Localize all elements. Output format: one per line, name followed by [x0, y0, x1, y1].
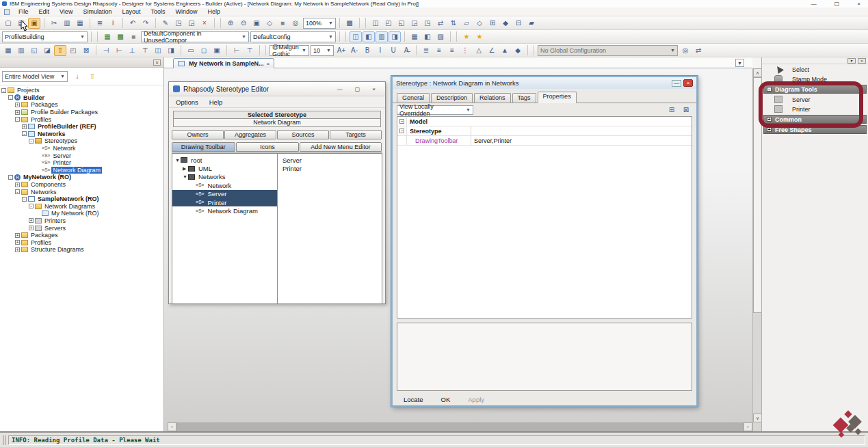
- font-family-combo[interactable]: @Malgun Gothic▼: [269, 45, 309, 56]
- tree-item[interactable]: ▶ UML: [172, 164, 277, 172]
- tree-item[interactable]: Printer: [172, 198, 277, 206]
- align-left-icon[interactable]: ⊣: [100, 45, 112, 56]
- collapse-icon[interactable]: −: [399, 128, 404, 133]
- tree-item[interactable]: + Printers: [1, 217, 163, 225]
- menu-item[interactable]: Help: [206, 8, 222, 15]
- tree-item[interactable]: Printer: [1, 159, 163, 167]
- stop-build-icon[interactable]: ■: [127, 31, 140, 42]
- font-size-combo[interactable]: 10▼: [311, 45, 334, 56]
- features-window-icon[interactable]: ▨: [434, 31, 447, 42]
- horizontal-scrollbar[interactable]: ‹ ›: [168, 422, 752, 431]
- menu-item[interactable]: View: [58, 8, 74, 15]
- expand-toggle[interactable]: +: [29, 226, 34, 230]
- distribute-vertical-icon[interactable]: ⊤: [244, 45, 256, 56]
- expand-toggle[interactable]: +: [15, 240, 20, 245]
- property-row[interactable]: DrawingToolbar Server,Printer: [397, 136, 692, 146]
- tree-item[interactable]: + ProfileBuilder (REF): [1, 123, 163, 131]
- expand-toggle[interactable]: -: [22, 197, 27, 202]
- tree-item[interactable]: + Servers: [1, 224, 163, 232]
- expand-toggle[interactable]: +: [15, 103, 20, 107]
- twist-icon[interactable]: ▼: [175, 158, 181, 163]
- tree-item[interactable]: - Networks: [1, 131, 163, 138]
- tool-row[interactable]: Stamp Mode: [763, 74, 867, 83]
- align-text-center-icon[interactable]: ≡: [433, 45, 445, 56]
- center-horizontal-icon[interactable]: ◫: [152, 45, 164, 56]
- tree-item[interactable]: - Stereotypes: [1, 137, 163, 145]
- panel-menu-icon[interactable]: ▾: [847, 58, 856, 64]
- strike-icon[interactable]: A̶: [400, 45, 412, 56]
- line-color-icon[interactable]: △: [473, 45, 485, 56]
- highlight-element-icon[interactable]: ⇧: [54, 45, 66, 56]
- expand-toggle[interactable]: -: [8, 175, 13, 180]
- list-item[interactable]: Printer: [280, 164, 382, 172]
- scroll-left-icon[interactable]: ‹: [168, 422, 176, 431]
- pan-icon[interactable]: ◇: [263, 18, 276, 29]
- arrange-icons-icon[interactable]: ◨: [389, 31, 401, 42]
- property-group-row[interactable]: − Model: [397, 117, 692, 126]
- tab-overflow-icon[interactable]: ▼: [735, 59, 744, 67]
- tree-item[interactable]: ▼ Networks: [172, 173, 277, 181]
- bring-forward-icon[interactable]: ▭: [185, 45, 197, 56]
- zoom-out-icon[interactable]: ⊖: [237, 18, 250, 29]
- favorites-icon[interactable]: ★: [460, 31, 473, 42]
- zoom-percent-icon[interactable]: ◎: [289, 18, 302, 29]
- editor-tab[interactable]: Drawing Toolbar: [172, 142, 235, 152]
- redo-icon[interactable]: ↷: [140, 18, 152, 29]
- expand-toggle[interactable]: +: [15, 182, 20, 187]
- property-value[interactable]: Server,Printer: [471, 136, 692, 145]
- tree-item[interactable]: + Profiles: [1, 239, 163, 246]
- tree-item[interactable]: + Packages: [1, 101, 163, 109]
- dialog-title-bar[interactable]: Rhapsody Stereotype Editor — ▢ ×: [169, 82, 385, 96]
- collapse-icon[interactable]: −: [399, 119, 404, 124]
- twist-icon[interactable]: ▼: [183, 174, 188, 179]
- add-package-tool-icon[interactable]: ◫: [369, 18, 382, 29]
- dialog-tab[interactable]: Properties: [538, 92, 577, 103]
- scroll-right-icon[interactable]: ›: [744, 422, 752, 431]
- add-dependency-tool-icon[interactable]: ⇄: [434, 18, 447, 29]
- format-shape-icon[interactable]: ◆: [512, 45, 524, 56]
- add-view-tool-icon[interactable]: ⊟: [512, 18, 525, 29]
- editor-tab[interactable]: Targets: [330, 130, 382, 139]
- distribute-horizontal-icon[interactable]: ⊢: [231, 45, 243, 56]
- menu-item[interactable]: Help: [208, 98, 224, 106]
- increase-font-icon[interactable]: A+: [335, 45, 347, 56]
- section-toggle[interactable]: -: [767, 87, 772, 92]
- output-window-icon[interactable]: ◧: [421, 31, 434, 42]
- view-mode-combo[interactable]: Entire Model View▼: [2, 71, 68, 82]
- move-down-icon[interactable]: ↓: [72, 71, 83, 81]
- add-diagram-tool-icon[interactable]: ▱: [460, 18, 473, 29]
- show-grid-icon[interactable]: ▦: [2, 45, 14, 56]
- expand-toggle[interactable]: +: [29, 218, 34, 223]
- close-button[interactable]: ×: [683, 79, 693, 87]
- move-up-icon[interactable]: ⇧: [87, 71, 98, 81]
- fill-color-icon[interactable]: ▲: [499, 45, 511, 56]
- menu-item[interactable]: Window: [174, 8, 198, 15]
- angle-icon[interactable]: ∠: [486, 45, 498, 56]
- remove-property-icon[interactable]: ⊠: [680, 105, 692, 116]
- editor-tab[interactable]: Sources: [277, 130, 329, 139]
- panel-close-icon[interactable]: ×: [858, 58, 866, 64]
- add-port-tool-icon[interactable]: ◲: [408, 18, 421, 29]
- build-icon[interactable]: ▩: [114, 31, 127, 42]
- group-icon[interactable]: ▣: [211, 45, 223, 56]
- expand-toggle[interactable]: +: [22, 124, 27, 129]
- print-icon[interactable]: ≣: [94, 18, 106, 29]
- add-stack-tool-icon[interactable]: ▰: [525, 18, 538, 29]
- ok-button[interactable]: OK: [437, 394, 455, 405]
- global-configuration-combo[interactable]: No Global Configuration▼: [538, 45, 678, 56]
- paste-icon[interactable]: ▦: [74, 18, 86, 29]
- expand-toggle[interactable]: -: [22, 131, 27, 136]
- close-browser-icon[interactable]: ×: [153, 59, 161, 66]
- reroute-icon[interactable]: ◪: [41, 45, 53, 56]
- twist-icon[interactable]: ▶: [183, 166, 188, 172]
- add-object-tool-icon[interactable]: ◱: [395, 18, 408, 29]
- tree-item[interactable]: - MyNetwork (RO): [1, 174, 163, 181]
- menu-item[interactable]: Edit: [38, 8, 51, 15]
- tree-item[interactable]: - Networks: [1, 188, 163, 195]
- tree-item[interactable]: Server: [172, 190, 277, 198]
- cascade-windows-icon[interactable]: ▥: [376, 31, 388, 42]
- expand-toggle[interactable]: -: [15, 117, 20, 122]
- add-flow-tool-icon[interactable]: ⇅: [447, 18, 460, 29]
- tree-item[interactable]: + Packages: [1, 232, 163, 239]
- glue-icon[interactable]: ◱: [28, 45, 40, 56]
